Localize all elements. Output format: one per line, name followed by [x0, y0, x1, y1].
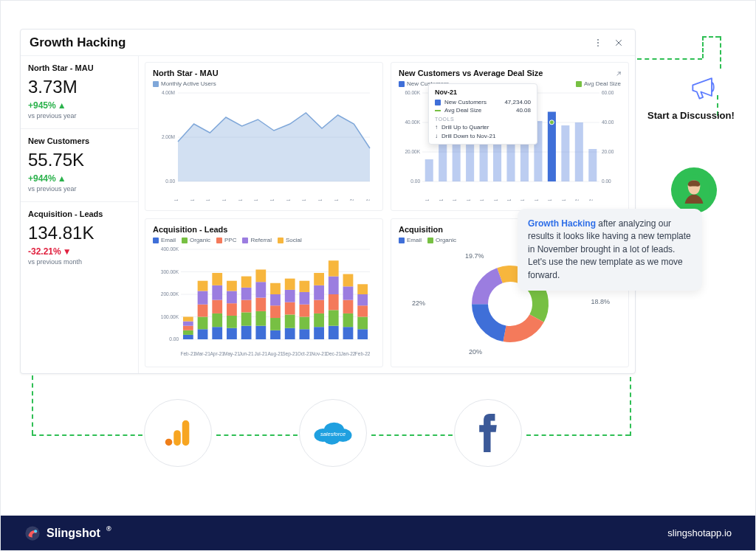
kpi-delta: -32.21% ▼ — [28, 246, 131, 257]
area-chart: 0.002.00M4.00MFeb-21Mar-21Apr-21May-21Ju… — [153, 90, 374, 201]
svg-rect-116 — [314, 327, 324, 339]
svg-rect-133 — [357, 305, 368, 316]
svg-rect-44 — [561, 125, 569, 181]
drill-up[interactable]: ↑Drill Up to Quarter — [435, 124, 531, 131]
svg-rect-109 — [285, 290, 295, 302]
connector — [32, 434, 142, 436]
svg-text:400.00K: 400.00K — [161, 246, 179, 252]
svg-rect-74 — [183, 322, 193, 326]
svg-point-1 — [597, 42, 599, 44]
svg-rect-115 — [299, 281, 309, 292]
kpi-note: vs previous year — [28, 185, 131, 193]
svg-text:Mar-21: Mar-21 — [439, 199, 444, 201]
svg-rect-72 — [183, 330, 193, 335]
avatar[interactable] — [671, 167, 717, 213]
footer-brand-text: Slingshot — [47, 527, 100, 540]
panel-header: Growth Hacking — [21, 30, 635, 56]
more-icon[interactable] — [591, 35, 605, 50]
svg-rect-106 — [285, 328, 295, 339]
svg-rect-77 — [198, 317, 208, 330]
footer-bar: Slingshot® slingshotapp.io — [1, 516, 755, 550]
svg-rect-80 — [198, 281, 208, 291]
integration-google-analytics[interactable] — [144, 399, 212, 467]
svg-text:Dec-21: Dec-21 — [561, 199, 566, 201]
dashboard-panel: Growth Hacking North Star - MAU 3.73M +9… — [20, 29, 636, 374]
svg-rect-94 — [241, 288, 252, 300]
chart-title: North Star - MAU — [153, 69, 375, 77]
svg-point-2 — [597, 45, 599, 46]
integration-salesforce[interactable]: salesforce — [299, 399, 367, 467]
chart-acq-leads[interactable]: Acquisition - Leads Email Organic PPC Re… — [145, 218, 383, 367]
svg-rect-117 — [314, 313, 324, 327]
arrow-down-icon: ↓ — [435, 133, 438, 139]
svg-text:Nov-21: Nov-21 — [547, 199, 552, 201]
svg-rect-88 — [227, 303, 237, 316]
kpi-title: North Star - MAU — [28, 63, 131, 72]
chart-north-star-mau[interactable]: North Star - MAU Monthly Active Users 0.… — [145, 62, 383, 211]
svg-text:Jan-22: Jan-22 — [349, 199, 354, 201]
svg-text:Apr-21: Apr-21 — [205, 199, 211, 201]
svg-rect-123 — [329, 294, 339, 310]
svg-rect-76 — [198, 329, 208, 339]
expand-icon[interactable] — [615, 67, 622, 80]
connector — [702, 36, 720, 38]
kpi-acq-leads[interactable]: Acquisition - Leads 134.81K -32.21% ▼ vs… — [21, 202, 138, 274]
footer-brand: Slingshot® — [24, 525, 111, 541]
svg-rect-135 — [357, 284, 368, 294]
kpi-delta: +945% ▲ — [28, 100, 131, 111]
svg-rect-110 — [285, 279, 295, 290]
svg-rect-107 — [285, 314, 295, 328]
svg-text:20.00K: 20.00K — [405, 149, 420, 154]
svg-text:Feb-21: Feb-21 — [181, 351, 196, 356]
svg-rect-127 — [343, 313, 354, 327]
svg-text:Aug-21: Aug-21 — [506, 199, 512, 201]
discussion-bubble: Growth Hacking after analyzing our resul… — [518, 209, 702, 291]
svg-text:100.00K: 100.00K — [161, 314, 179, 319]
svg-text:Dec-21: Dec-21 — [326, 351, 341, 356]
close-icon[interactable] — [611, 35, 626, 50]
svg-rect-129 — [343, 286, 354, 299]
kpi-delta: +944% ▲ — [28, 173, 131, 184]
kpi-new-customers[interactable]: New Customers 55.75K +944% ▲ vs previous… — [21, 129, 138, 202]
svg-text:0.00: 0.00 — [169, 336, 179, 342]
tooltip-header: Nov-21 — [435, 89, 531, 96]
svg-text:Jun-21: Jun-21 — [238, 199, 243, 201]
up-triangle-icon: ▲ — [58, 100, 66, 111]
integration-facebook[interactable] — [454, 399, 522, 467]
svg-rect-73 — [183, 326, 193, 330]
svg-rect-71 — [183, 335, 193, 339]
svg-rect-130 — [343, 274, 354, 287]
drill-down[interactable]: ↓Drill Down to Nov-21 — [435, 133, 531, 139]
svg-rect-114 — [299, 292, 309, 305]
svg-text:Nov-21: Nov-21 — [317, 199, 323, 201]
svg-text:Nov-21: Nov-21 — [312, 351, 327, 356]
svg-rect-128 — [343, 300, 354, 313]
connector — [630, 377, 631, 436]
svg-rect-79 — [198, 291, 208, 304]
svg-rect-92 — [241, 312, 252, 325]
svg-rect-34 — [425, 159, 433, 181]
slice-label: 20% — [469, 348, 482, 356]
legend: Email Organic PPC Referral Social — [153, 237, 375, 243]
svg-rect-78 — [198, 305, 208, 317]
svg-rect-121 — [329, 326, 339, 339]
svg-text:Jul-21: Jul-21 — [493, 199, 498, 201]
chart-new-customers-deal[interactable]: New Customers vs Average Deal Size New C… — [391, 62, 629, 211]
start-discussion-cta[interactable]: Start a Discussion! — [647, 110, 735, 121]
svg-text:Jul-21: Jul-21 — [253, 199, 258, 201]
kpi-column: North Star - MAU 3.73M +945% ▲ vs previo… — [21, 56, 139, 373]
svg-rect-82 — [212, 313, 222, 327]
down-triangle-icon: ▼ — [63, 246, 72, 257]
svg-rect-90 — [227, 281, 237, 291]
svg-rect-75 — [183, 317, 193, 322]
svg-rect-89 — [227, 291, 237, 303]
svg-text:4.00M: 4.00M — [162, 90, 175, 95]
svg-rect-125 — [329, 260, 339, 276]
svg-text:Aug-21: Aug-21 — [269, 199, 275, 201]
svg-text:Feb-21: Feb-21 — [173, 199, 179, 201]
svg-text:300.00K: 300.00K — [161, 269, 179, 274]
kpi-value: 55.75K — [28, 150, 131, 170]
svg-text:Aug-21: Aug-21 — [268, 351, 284, 357]
kpi-north-star[interactable]: North Star - MAU 3.73M +945% ▲ vs previo… — [21, 56, 138, 129]
slice-label: 18.8% — [591, 298, 610, 305]
